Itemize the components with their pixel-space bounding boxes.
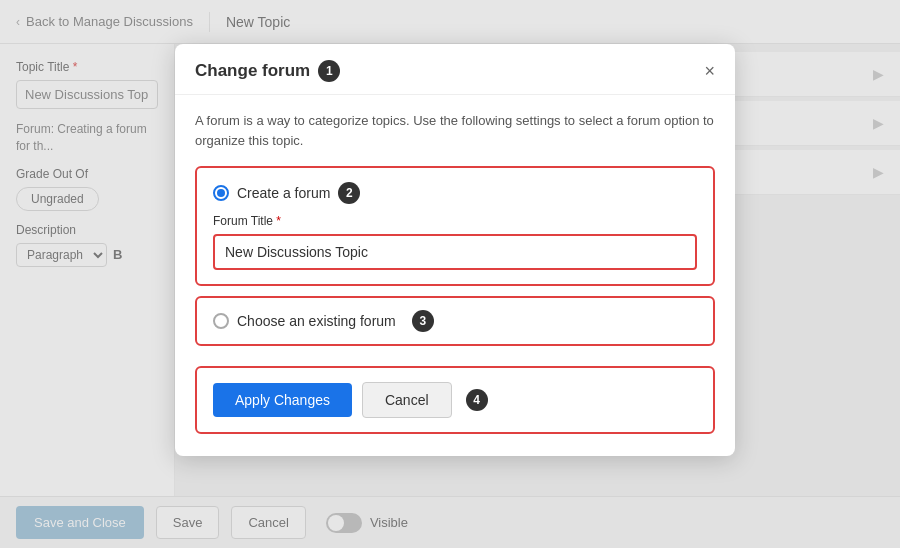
- modal-description: A forum is a way to categorize topics. U…: [195, 111, 715, 150]
- create-forum-step-badge: 2: [338, 182, 360, 204]
- modal-title: Change forum: [195, 61, 310, 81]
- modal-header: Change forum 1 ×: [175, 44, 735, 95]
- create-forum-radio[interactable]: [213, 185, 229, 201]
- create-forum-option-box: Create a forum 2 Forum Title *: [195, 166, 715, 286]
- modal-body: A forum is a way to categorize topics. U…: [175, 95, 735, 456]
- choose-forum-label: Choose an existing forum: [237, 313, 396, 329]
- change-forum-modal: Change forum 1 × A forum is a way to cat…: [175, 44, 735, 456]
- modal-title-row: Change forum 1: [195, 60, 340, 82]
- apply-changes-button[interactable]: Apply Changes: [213, 383, 352, 417]
- modal-cancel-button[interactable]: Cancel: [362, 382, 452, 418]
- choose-forum-option-row: Choose an existing forum 3: [213, 310, 697, 332]
- create-forum-option-row: Create a forum 2: [213, 182, 697, 204]
- forum-title-input[interactable]: [213, 234, 697, 270]
- modal-footer: Apply Changes Cancel 4: [195, 366, 715, 434]
- footer-step-badge: 4: [466, 389, 488, 411]
- modal-close-button[interactable]: ×: [704, 62, 715, 80]
- choose-forum-step-badge: 3: [412, 310, 434, 332]
- forum-title-label: Forum Title *: [213, 214, 697, 228]
- choose-forum-radio[interactable]: [213, 313, 229, 329]
- create-forum-label: Create a forum: [237, 185, 330, 201]
- choose-forum-option-box: Choose an existing forum 3: [195, 296, 715, 346]
- modal-step-badge-1: 1: [318, 60, 340, 82]
- radio-inner: [217, 189, 225, 197]
